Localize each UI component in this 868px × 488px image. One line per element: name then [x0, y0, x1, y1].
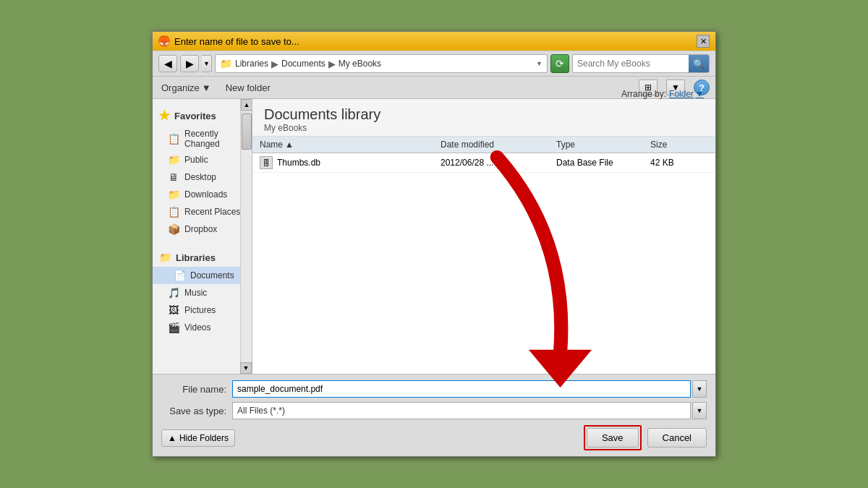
sidebar-item-public[interactable]: 📁 Public [153, 151, 252, 168]
sidebar-scroll-up[interactable]: ▲ [241, 99, 252, 111]
sidebar-scroll-down[interactable]: ▼ [240, 362, 252, 374]
column-name-label: Name [260, 140, 283, 150]
sidebar-item-documents[interactable]: 📄 Documents [153, 267, 252, 284]
hide-folders-button[interactable]: ▲ Hide Folders [161, 429, 235, 447]
recent-places-label: Recent Places [184, 207, 240, 217]
pictures-label: Pictures [184, 305, 216, 315]
save-as-label: Save as type: [161, 406, 226, 416]
favorites-star-icon: ★ [158, 108, 170, 124]
music-label: Music [184, 288, 207, 298]
public-label: Public [184, 155, 208, 165]
table-row[interactable]: 🗄 Thumbs.db 2012/06/28 ... Data Base Fil… [252, 153, 715, 173]
file-area: Arrange by: Folder ▼ Documents library M… [252, 99, 715, 374]
downloads-label: Downloads [184, 189, 227, 200]
file-thumbnail: 🗄 [260, 156, 273, 169]
file-name-label: File name: [161, 384, 226, 395]
file-area-header: Arrange by: Folder ▼ Documents library M… [252, 99, 715, 137]
path-part-myebooks: My eBooks [339, 59, 381, 69]
sidebar-item-recent-places[interactable]: 📋 Recent Places [153, 203, 252, 221]
save-button-highlight: Save [584, 425, 642, 450]
forward-button[interactable]: ▶ [180, 55, 199, 72]
arrange-by-chevron-icon: ▼ [695, 89, 704, 99]
file-date: 2012/06/28 ... [441, 158, 556, 168]
libraries-label: Libraries [176, 252, 216, 263]
library-subtitle: My eBooks [264, 123, 704, 133]
documents-icon: 📄 [173, 269, 186, 282]
hide-folders-label: Hide Folders [179, 433, 229, 443]
libraries-folder-icon: 📁 [158, 251, 171, 264]
path-part-documents: Documents [281, 59, 326, 69]
file-name-input[interactable] [232, 380, 691, 398]
column-size[interactable]: Size [650, 140, 708, 150]
path-dropdown-btn[interactable]: ▼ [536, 60, 542, 67]
save-button[interactable]: Save [587, 428, 639, 448]
search-bar: 🔍 [572, 54, 710, 73]
column-header: Name ▲ Date modified Type Size [252, 137, 715, 153]
sidebar-scroll-thumb[interactable] [242, 114, 252, 150]
firefox-icon: 🦊 [158, 35, 170, 47]
search-input[interactable] [573, 55, 689, 72]
address-bar[interactable]: 📁 Libraries ▶ Documents ▶ My eBooks ▼ [215, 54, 548, 73]
favorites-label: Favorites [174, 111, 216, 121]
save-as-type-row: Save as type: All Files (*.*) ▼ [161, 402, 707, 419]
sidebar-item-desktop[interactable]: 🖥 Desktop [153, 168, 252, 186]
sidebar: ★ Favorites 📋 Recently Changed 📁 Public … [153, 99, 252, 374]
save-as-type-select[interactable]: All Files (*.*) [232, 402, 691, 419]
back-icon: ◀ [164, 58, 172, 69]
new-folder-button[interactable]: New folder [223, 81, 273, 95]
sidebar-item-pictures[interactable]: 🖼 Pictures [153, 301, 252, 319]
arrange-by-value: Folder [669, 89, 694, 99]
recently-changed-label: Recently Changed [184, 129, 246, 149]
file-list: 🗄 Thumbs.db 2012/06/28 ... Data Base Fil… [252, 153, 715, 374]
column-type-label: Type [556, 140, 575, 150]
dropbox-icon: 📦 [167, 223, 180, 236]
refresh-icon: ⟳ [556, 58, 564, 69]
search-icon: 🔍 [693, 59, 705, 69]
column-size-label: Size [650, 140, 667, 150]
new-folder-label: New folder [226, 82, 271, 93]
sidebar-item-music[interactable]: 🎵 Music [153, 284, 252, 301]
column-date-modified[interactable]: Date modified [441, 140, 556, 150]
organize-button[interactable]: Organize ▼ [158, 81, 214, 95]
arrange-by-control: Arrange by: Folder ▼ [621, 89, 704, 99]
documents-label: Documents [190, 270, 234, 281]
save-as-dropdown[interactable]: ▼ [692, 402, 707, 419]
file-name: Thumbs.db [277, 158, 320, 168]
arrange-by-label: Arrange by: [621, 89, 666, 99]
dropbox-label: Dropbox [184, 224, 217, 234]
path-folder-icon: 📁 [220, 58, 232, 69]
sidebar-item-downloads[interactable]: 📁 Downloads [153, 186, 252, 203]
pictures-icon: 🖼 [167, 304, 180, 317]
bottom-area: File name: ▼ Save as type: All Files (*.… [153, 374, 715, 456]
sort-icon: ▲ [285, 140, 294, 150]
close-button[interactable]: ✕ [697, 35, 710, 48]
column-date-label: Date modified [441, 140, 494, 150]
file-size: 42 KB [650, 158, 708, 168]
recently-changed-icon: 📋 [167, 132, 180, 145]
libraries-header: 📁 Libraries [153, 248, 252, 267]
public-icon: 📁 [167, 153, 180, 166]
desktop-icon: 🖥 [167, 171, 180, 184]
refresh-button[interactable]: ⟳ [550, 54, 569, 73]
column-type[interactable]: Type [556, 140, 650, 150]
arrange-by-dropdown[interactable]: Folder ▼ [669, 89, 704, 99]
title-bar: 🦊 Enter name of file to save to... ✕ [153, 32, 715, 51]
organize-label: Organize [161, 82, 200, 93]
search-button[interactable]: 🔍 [689, 55, 709, 72]
sidebar-item-recently-changed[interactable]: 📋 Recently Changed [153, 127, 252, 151]
cancel-button[interactable]: Cancel [647, 428, 707, 448]
save-dialog: 🦊 Enter name of file to save to... ✕ ◀ ▶… [152, 31, 716, 457]
dialog-title: Enter name of file to save to... [174, 36, 299, 47]
videos-label: Videos [184, 322, 210, 333]
organize-dropdown-icon: ▼ [202, 82, 211, 93]
music-icon: 🎵 [167, 286, 180, 299]
back-button[interactable]: ◀ [158, 55, 177, 72]
main-content: ★ Favorites 📋 Recently Changed 📁 Public … [153, 99, 715, 374]
sidebar-item-videos[interactable]: 🎬 Videos [153, 319, 252, 336]
nav-history-dropdown[interactable]: ▼ [202, 55, 212, 72]
column-name[interactable]: Name ▲ [260, 140, 441, 150]
file-name-dropdown[interactable]: ▼ [692, 380, 707, 398]
navigation-bar: ◀ ▶ ▼ 📁 Libraries ▶ Documents ▶ My eBook… [153, 51, 715, 77]
sidebar-item-dropbox[interactable]: 📦 Dropbox [153, 221, 252, 238]
action-row: ▲ Hide Folders Save Cancel [161, 425, 707, 450]
